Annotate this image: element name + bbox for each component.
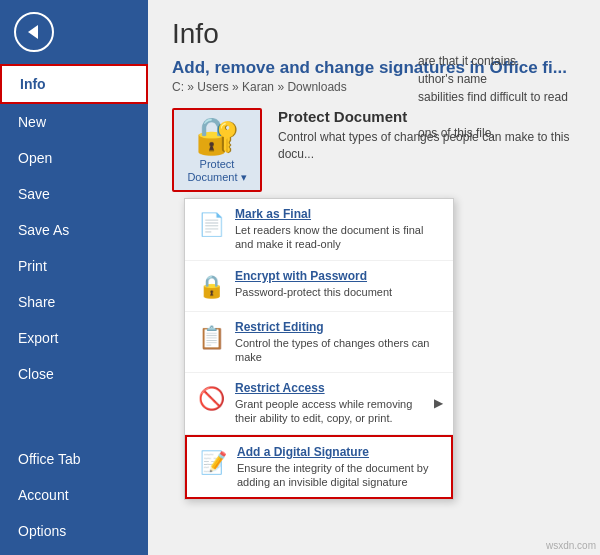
restrict-access-desc: Grant people access while removing their… [235, 397, 426, 426]
restrict-edit-title: Restrict Editing [235, 320, 443, 334]
sidebar-item-info[interactable]: Info [0, 64, 148, 104]
restrict-edit-icon: 📋 [195, 322, 227, 354]
mark-final-desc: Let readers know the document is final a… [235, 223, 443, 252]
sidebar-item-close[interactable]: Close [0, 356, 148, 392]
dropdown-item-mark-as-final[interactable]: 📄 Mark as Final Let readers know the doc… [185, 199, 453, 261]
protect-document-button[interactable]: 🔐 ProtectDocument ▾ [172, 108, 262, 192]
encrypt-icon: 🔒 [195, 271, 227, 303]
main-panel: Info Add, remove and change signatures i… [148, 0, 600, 555]
encrypt-desc: Password-protect this document [235, 285, 443, 299]
encrypt-title: Encrypt with Password [235, 269, 443, 283]
sidebar-item-export[interactable]: Export [0, 320, 148, 356]
submenu-arrow-icon: ▶ [434, 396, 443, 410]
sidebar-item-options[interactable]: Options [0, 513, 148, 549]
dropdown-item-digital-signature[interactable]: 📝 Add a Digital Signature Ensure the int… [185, 435, 453, 500]
page-title: Info [172, 18, 576, 50]
sidebar-item-office-tab[interactable]: Office Tab [0, 441, 148, 477]
digital-sig-title: Add a Digital Signature [237, 445, 441, 459]
mark-final-icon: 📄 [195, 209, 227, 241]
sidebar-item-account[interactable]: Account [0, 477, 148, 513]
mark-final-title: Mark as Final [235, 207, 443, 221]
digital-sig-icon: 📝 [197, 447, 229, 479]
watermark: wsxdn.com [546, 540, 596, 551]
dropdown-item-encrypt-password[interactable]: 🔒 Encrypt with Password Password-protect… [185, 261, 453, 312]
back-arrow-icon [28, 25, 38, 39]
restrict-access-title: Restrict Access [235, 381, 426, 395]
protect-document-section: 🔐 ProtectDocument ▾ 📄 Mark as Final Let … [172, 108, 262, 192]
sidebar-item-share[interactable]: Share [0, 284, 148, 320]
sidebar-item-open[interactable]: Open [0, 140, 148, 176]
sidebar-item-print[interactable]: Print [0, 248, 148, 284]
right-panel-text: are that it contains. uthor's name sabil… [410, 52, 600, 142]
sidebar-item-save-as[interactable]: Save As [0, 212, 148, 248]
restrict-access-icon: 🚫 [195, 383, 227, 415]
back-button[interactable] [14, 12, 54, 52]
protect-dropdown: 📄 Mark as Final Let readers know the doc… [184, 198, 454, 500]
protect-button-label: ProtectDocument ▾ [187, 158, 246, 184]
restrict-edit-desc: Control the types of changes others can … [235, 336, 443, 365]
sidebar-item-save[interactable]: Save [0, 176, 148, 212]
sidebar: Info New Open Save Save As Print Share E… [0, 0, 148, 555]
digital-sig-desc: Ensure the integrity of the document by … [237, 461, 441, 490]
dropdown-item-restrict-editing[interactable]: 📋 Restrict Editing Control the types of … [185, 312, 453, 374]
sidebar-item-new[interactable]: New [0, 104, 148, 140]
lock-icon: 🔐 [195, 118, 240, 154]
dropdown-item-restrict-access[interactable]: 🚫 Restrict Access Grant people access wh… [185, 373, 453, 435]
